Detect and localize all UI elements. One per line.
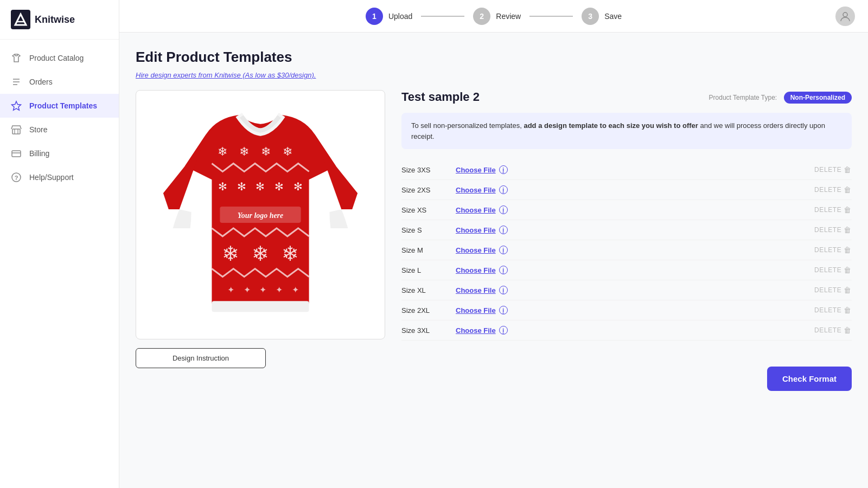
- info-icon-1[interactable]: i: [499, 185, 508, 194]
- sidebar-item-product-catalog[interactable]: Product Catalog: [0, 46, 119, 70]
- svg-marker-6: [12, 101, 21, 110]
- sidebar-item-orders[interactable]: Orders: [0, 70, 119, 94]
- user-avatar[interactable]: [835, 7, 855, 26]
- choose-file-link-6[interactable]: Choose File i: [456, 286, 508, 294]
- size-label-5: Size L: [401, 266, 456, 274]
- size-label-1: Size 2XS: [401, 186, 456, 194]
- sidebar-item-help-support[interactable]: ? Help/Support: [0, 165, 119, 189]
- choose-file-link-4[interactable]: Choose File i: [456, 246, 508, 254]
- delete-label-5: DELETE: [814, 266, 841, 274]
- delete-label-8: DELETE: [814, 326, 841, 334]
- choose-file-link-7[interactable]: Choose File i: [456, 306, 508, 314]
- trash-icon-2: 🗑: [844, 206, 852, 214]
- check-format-button[interactable]: Check Format: [767, 367, 852, 391]
- design-instruction-button[interactable]: Design Instruction: [136, 348, 266, 368]
- delete-label-3: DELETE: [814, 226, 841, 234]
- info-icon-2[interactable]: i: [499, 206, 508, 214]
- size-row: Size L Choose File i DELETE 🗑: [401, 260, 852, 280]
- choose-file-link-5[interactable]: Choose File i: [456, 266, 508, 274]
- delete-label-2: DELETE: [814, 206, 841, 214]
- help-icon: ?: [11, 172, 22, 183]
- sidebar-item-label-product-catalog: Product Catalog: [29, 54, 84, 62]
- info-text-prefix: To sell non-personalized templates,: [411, 121, 522, 130]
- svg-text:❄: ❄: [218, 145, 227, 158]
- trash-icon-5: 🗑: [844, 266, 852, 274]
- delete-button-4[interactable]: DELETE 🗑: [814, 246, 852, 254]
- info-icon-4[interactable]: i: [499, 246, 508, 254]
- step-2: 2 Review: [473, 8, 521, 25]
- choose-file-text-2: Choose File: [456, 206, 496, 214]
- template-type-container: Product Template Type: Non-Personalized: [709, 92, 852, 102]
- sidebar-item-store[interactable]: Store: [0, 118, 119, 142]
- step-3-circle: 3: [582, 8, 599, 25]
- delete-button-6[interactable]: DELETE 🗑: [814, 286, 852, 294]
- sidebar-item-billing[interactable]: Billing: [0, 142, 119, 165]
- delete-button-8[interactable]: DELETE 🗑: [814, 326, 852, 335]
- size-row: Size 2XL Choose File i DELETE 🗑: [401, 300, 852, 320]
- delete-button-5[interactable]: DELETE 🗑: [814, 266, 852, 274]
- sidebar: Knitwise Product Catalog Orders: [0, 0, 119, 488]
- size-row: Size 3XL Choose File i DELETE 🗑: [401, 320, 852, 341]
- svg-text:✻: ✻: [293, 181, 303, 192]
- size-rows: Size 3XS Choose File i DELETE 🗑 Size 2XS…: [401, 160, 852, 341]
- size-label-0: Size 3XS: [401, 166, 456, 174]
- product-header: Test sample 2 Product Template Type: Non…: [401, 90, 852, 104]
- info-icon-0[interactable]: i: [499, 165, 508, 174]
- template-type-badge: Non-Personalized: [784, 92, 852, 104]
- delete-label-0: DELETE: [814, 166, 841, 174]
- size-row: Size 2XS Choose File i DELETE 🗑: [401, 180, 852, 200]
- svg-text:❄: ❄: [222, 242, 239, 265]
- svg-text:❄: ❄: [239, 145, 249, 158]
- delete-button-0[interactable]: DELETE 🗑: [814, 165, 852, 174]
- svg-text:✦: ✦: [276, 285, 283, 294]
- sidebar-item-label-orders: Orders: [29, 78, 53, 86]
- step-line-2-3: [529, 16, 573, 17]
- size-row: Size S Choose File i DELETE 🗑: [401, 220, 852, 240]
- product-name: Test sample 2: [401, 90, 480, 104]
- store-icon: [11, 124, 22, 135]
- trash-icon-1: 🗑: [844, 185, 852, 194]
- sidebar-item-label-help-support: Help/Support: [29, 173, 74, 182]
- choose-file-link-0[interactable]: Choose File i: [456, 165, 508, 174]
- choose-file-link-1[interactable]: Choose File i: [456, 185, 508, 194]
- svg-text:✦: ✦: [227, 285, 234, 294]
- info-icon-6[interactable]: i: [499, 286, 508, 294]
- svg-text:✦: ✦: [292, 285, 299, 294]
- info-icon-3[interactable]: i: [499, 226, 508, 234]
- step-3-label: Save: [604, 12, 622, 21]
- svg-text:Your logo here: Your logo here: [238, 211, 283, 220]
- sidebar-item-label-store: Store: [29, 125, 47, 134]
- svg-text:✻: ✻: [256, 181, 265, 192]
- delete-label-1: DELETE: [814, 186, 841, 194]
- delete-button-1[interactable]: DELETE 🗑: [814, 185, 852, 194]
- choose-file-link-3[interactable]: Choose File i: [456, 226, 508, 234]
- page-title: Edit Product Templates: [136, 49, 852, 66]
- trash-icon-7: 🗑: [844, 306, 852, 314]
- svg-text:❄: ❄: [261, 145, 271, 158]
- step-line-1-2: [421, 16, 464, 17]
- delete-button-2[interactable]: DELETE 🗑: [814, 206, 852, 214]
- svg-text:❄: ❄: [283, 145, 292, 158]
- choose-file-link-8[interactable]: Choose File i: [456, 326, 508, 335]
- page-content: Edit Product Templates Hire design exper…: [119, 33, 868, 488]
- delete-label-6: DELETE: [814, 286, 841, 294]
- knitwise-logo-icon: [11, 10, 30, 29]
- step-1-label: Upload: [388, 12, 412, 21]
- info-text-bold: add a design template to each size you w…: [524, 121, 698, 130]
- sidebar-item-label-product-templates: Product Templates: [29, 101, 97, 110]
- delete-button-7[interactable]: DELETE 🗑: [814, 306, 852, 314]
- choose-file-link-2[interactable]: Choose File i: [456, 206, 508, 214]
- main-content: 1 Upload 2 Review 3 Save: [119, 0, 868, 488]
- info-icon-8[interactable]: i: [499, 326, 508, 335]
- size-row: Size M Choose File i DELETE 🗑: [401, 240, 852, 260]
- delete-label-4: DELETE: [814, 246, 841, 254]
- step-3: 3 Save: [582, 8, 622, 25]
- sidebar-item-product-templates[interactable]: Product Templates: [0, 94, 119, 118]
- info-icon-5[interactable]: i: [499, 266, 508, 274]
- step-1: 1 Upload: [366, 8, 412, 25]
- choose-file-text-8: Choose File: [456, 326, 496, 335]
- choose-file-text-0: Choose File: [456, 166, 496, 174]
- delete-button-3[interactable]: DELETE 🗑: [814, 226, 852, 234]
- hire-link[interactable]: Hire design experts from Knitwise (As lo…: [136, 71, 316, 79]
- info-icon-7[interactable]: i: [499, 306, 508, 314]
